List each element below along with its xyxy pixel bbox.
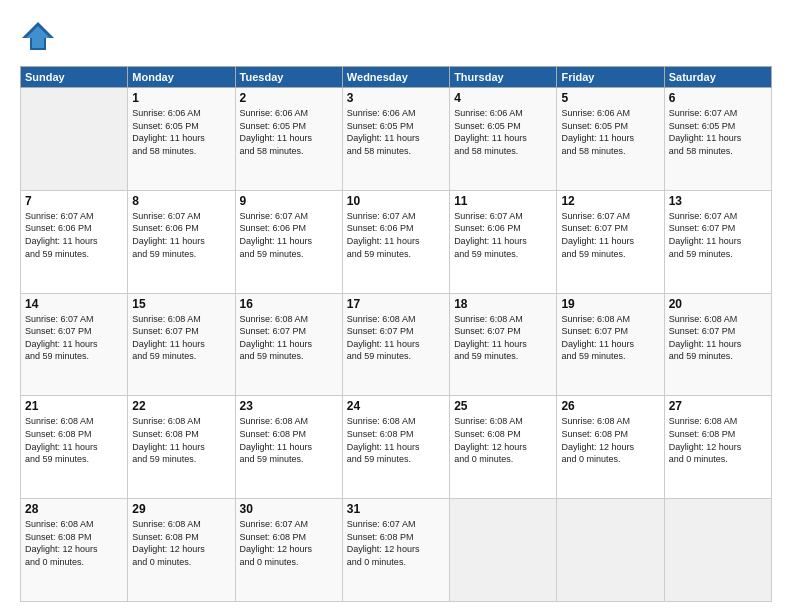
- day-info: Sunrise: 6:06 AM Sunset: 6:05 PM Dayligh…: [347, 107, 445, 157]
- calendar-day-cell: 23Sunrise: 6:08 AM Sunset: 6:08 PM Dayli…: [235, 396, 342, 499]
- day-info: Sunrise: 6:08 AM Sunset: 6:08 PM Dayligh…: [240, 415, 338, 465]
- day-number: 16: [240, 297, 338, 311]
- day-info: Sunrise: 6:07 AM Sunset: 6:06 PM Dayligh…: [240, 210, 338, 260]
- calendar-week-row: 14Sunrise: 6:07 AM Sunset: 6:07 PM Dayli…: [21, 293, 772, 396]
- day-info: Sunrise: 6:08 AM Sunset: 6:07 PM Dayligh…: [669, 313, 767, 363]
- calendar-day-cell: [450, 499, 557, 602]
- day-info: Sunrise: 6:07 AM Sunset: 6:06 PM Dayligh…: [25, 210, 123, 260]
- weekday-header-cell: Tuesday: [235, 67, 342, 88]
- weekday-header-cell: Wednesday: [342, 67, 449, 88]
- day-number: 20: [669, 297, 767, 311]
- day-number: 25: [454, 399, 552, 413]
- day-info: Sunrise: 6:07 AM Sunset: 6:07 PM Dayligh…: [669, 210, 767, 260]
- day-number: 22: [132, 399, 230, 413]
- day-info: Sunrise: 6:07 AM Sunset: 6:06 PM Dayligh…: [347, 210, 445, 260]
- day-info: Sunrise: 6:06 AM Sunset: 6:05 PM Dayligh…: [454, 107, 552, 157]
- calendar-day-cell: 3Sunrise: 6:06 AM Sunset: 6:05 PM Daylig…: [342, 88, 449, 191]
- day-number: 24: [347, 399, 445, 413]
- calendar-day-cell: 29Sunrise: 6:08 AM Sunset: 6:08 PM Dayli…: [128, 499, 235, 602]
- calendar-day-cell: 12Sunrise: 6:07 AM Sunset: 6:07 PM Dayli…: [557, 190, 664, 293]
- day-info: Sunrise: 6:07 AM Sunset: 6:08 PM Dayligh…: [347, 518, 445, 568]
- day-info: Sunrise: 6:06 AM Sunset: 6:05 PM Dayligh…: [132, 107, 230, 157]
- day-info: Sunrise: 6:08 AM Sunset: 6:07 PM Dayligh…: [347, 313, 445, 363]
- calendar-day-cell: [21, 88, 128, 191]
- calendar-day-cell: 28Sunrise: 6:08 AM Sunset: 6:08 PM Dayli…: [21, 499, 128, 602]
- weekday-header-cell: Thursday: [450, 67, 557, 88]
- day-info: Sunrise: 6:08 AM Sunset: 6:08 PM Dayligh…: [347, 415, 445, 465]
- day-number: 10: [347, 194, 445, 208]
- logo-icon: [20, 20, 56, 56]
- calendar-day-cell: 17Sunrise: 6:08 AM Sunset: 6:07 PM Dayli…: [342, 293, 449, 396]
- day-number: 13: [669, 194, 767, 208]
- day-info: Sunrise: 6:08 AM Sunset: 6:08 PM Dayligh…: [561, 415, 659, 465]
- day-number: 15: [132, 297, 230, 311]
- weekday-header-cell: Saturday: [664, 67, 771, 88]
- day-number: 19: [561, 297, 659, 311]
- weekday-header-cell: Monday: [128, 67, 235, 88]
- day-number: 28: [25, 502, 123, 516]
- day-number: 26: [561, 399, 659, 413]
- calendar-day-cell: 7Sunrise: 6:07 AM Sunset: 6:06 PM Daylig…: [21, 190, 128, 293]
- logo: [20, 20, 60, 56]
- day-number: 21: [25, 399, 123, 413]
- day-number: 12: [561, 194, 659, 208]
- calendar-page: SundayMondayTuesdayWednesdayThursdayFrid…: [0, 0, 792, 612]
- calendar-day-cell: 22Sunrise: 6:08 AM Sunset: 6:08 PM Dayli…: [128, 396, 235, 499]
- calendar-table: SundayMondayTuesdayWednesdayThursdayFrid…: [20, 66, 772, 602]
- day-number: 11: [454, 194, 552, 208]
- calendar-day-cell: 11Sunrise: 6:07 AM Sunset: 6:06 PM Dayli…: [450, 190, 557, 293]
- day-info: Sunrise: 6:07 AM Sunset: 6:05 PM Dayligh…: [669, 107, 767, 157]
- day-number: 14: [25, 297, 123, 311]
- day-info: Sunrise: 6:08 AM Sunset: 6:08 PM Dayligh…: [25, 415, 123, 465]
- calendar-day-cell: 15Sunrise: 6:08 AM Sunset: 6:07 PM Dayli…: [128, 293, 235, 396]
- day-number: 27: [669, 399, 767, 413]
- calendar-day-cell: 24Sunrise: 6:08 AM Sunset: 6:08 PM Dayli…: [342, 396, 449, 499]
- day-number: 17: [347, 297, 445, 311]
- calendar-week-row: 28Sunrise: 6:08 AM Sunset: 6:08 PM Dayli…: [21, 499, 772, 602]
- calendar-day-cell: 20Sunrise: 6:08 AM Sunset: 6:07 PM Dayli…: [664, 293, 771, 396]
- day-info: Sunrise: 6:08 AM Sunset: 6:07 PM Dayligh…: [454, 313, 552, 363]
- calendar-week-row: 7Sunrise: 6:07 AM Sunset: 6:06 PM Daylig…: [21, 190, 772, 293]
- day-number: 9: [240, 194, 338, 208]
- calendar-day-cell: 30Sunrise: 6:07 AM Sunset: 6:08 PM Dayli…: [235, 499, 342, 602]
- day-info: Sunrise: 6:06 AM Sunset: 6:05 PM Dayligh…: [561, 107, 659, 157]
- day-info: Sunrise: 6:08 AM Sunset: 6:07 PM Dayligh…: [132, 313, 230, 363]
- calendar-day-cell: 13Sunrise: 6:07 AM Sunset: 6:07 PM Dayli…: [664, 190, 771, 293]
- calendar-day-cell: 27Sunrise: 6:08 AM Sunset: 6:08 PM Dayli…: [664, 396, 771, 499]
- calendar-week-row: 21Sunrise: 6:08 AM Sunset: 6:08 PM Dayli…: [21, 396, 772, 499]
- calendar-day-cell: 16Sunrise: 6:08 AM Sunset: 6:07 PM Dayli…: [235, 293, 342, 396]
- calendar-day-cell: [557, 499, 664, 602]
- calendar-week-row: 1Sunrise: 6:06 AM Sunset: 6:05 PM Daylig…: [21, 88, 772, 191]
- day-info: Sunrise: 6:07 AM Sunset: 6:07 PM Dayligh…: [561, 210, 659, 260]
- day-info: Sunrise: 6:07 AM Sunset: 6:06 PM Dayligh…: [132, 210, 230, 260]
- day-number: 6: [669, 91, 767, 105]
- day-number: 4: [454, 91, 552, 105]
- day-number: 18: [454, 297, 552, 311]
- day-info: Sunrise: 6:08 AM Sunset: 6:08 PM Dayligh…: [25, 518, 123, 568]
- day-info: Sunrise: 6:08 AM Sunset: 6:08 PM Dayligh…: [132, 518, 230, 568]
- calendar-day-cell: 5Sunrise: 6:06 AM Sunset: 6:05 PM Daylig…: [557, 88, 664, 191]
- calendar-body: 1Sunrise: 6:06 AM Sunset: 6:05 PM Daylig…: [21, 88, 772, 602]
- day-info: Sunrise: 6:06 AM Sunset: 6:05 PM Dayligh…: [240, 107, 338, 157]
- day-number: 2: [240, 91, 338, 105]
- day-number: 7: [25, 194, 123, 208]
- day-number: 5: [561, 91, 659, 105]
- calendar-day-cell: 31Sunrise: 6:07 AM Sunset: 6:08 PM Dayli…: [342, 499, 449, 602]
- calendar-day-cell: 1Sunrise: 6:06 AM Sunset: 6:05 PM Daylig…: [128, 88, 235, 191]
- day-number: 1: [132, 91, 230, 105]
- calendar-day-cell: 8Sunrise: 6:07 AM Sunset: 6:06 PM Daylig…: [128, 190, 235, 293]
- calendar-day-cell: 18Sunrise: 6:08 AM Sunset: 6:07 PM Dayli…: [450, 293, 557, 396]
- calendar-day-cell: 9Sunrise: 6:07 AM Sunset: 6:06 PM Daylig…: [235, 190, 342, 293]
- day-info: Sunrise: 6:08 AM Sunset: 6:07 PM Dayligh…: [240, 313, 338, 363]
- day-number: 31: [347, 502, 445, 516]
- day-info: Sunrise: 6:08 AM Sunset: 6:08 PM Dayligh…: [454, 415, 552, 465]
- calendar-day-cell: 4Sunrise: 6:06 AM Sunset: 6:05 PM Daylig…: [450, 88, 557, 191]
- day-info: Sunrise: 6:07 AM Sunset: 6:07 PM Dayligh…: [25, 313, 123, 363]
- day-info: Sunrise: 6:08 AM Sunset: 6:08 PM Dayligh…: [132, 415, 230, 465]
- day-info: Sunrise: 6:08 AM Sunset: 6:08 PM Dayligh…: [669, 415, 767, 465]
- weekday-header-row: SundayMondayTuesdayWednesdayThursdayFrid…: [21, 67, 772, 88]
- calendar-day-cell: 19Sunrise: 6:08 AM Sunset: 6:07 PM Dayli…: [557, 293, 664, 396]
- day-number: 23: [240, 399, 338, 413]
- day-info: Sunrise: 6:07 AM Sunset: 6:08 PM Dayligh…: [240, 518, 338, 568]
- calendar-day-cell: 2Sunrise: 6:06 AM Sunset: 6:05 PM Daylig…: [235, 88, 342, 191]
